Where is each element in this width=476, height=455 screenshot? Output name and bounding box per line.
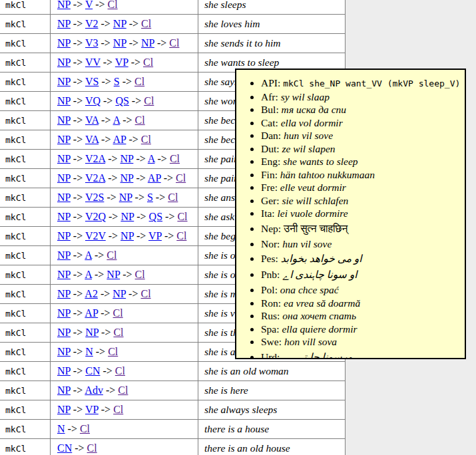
category-link-s[interactable]: S: [147, 192, 153, 203]
category-link-ap[interactable]: AP: [148, 172, 161, 184]
category-link-v3[interactable]: V3: [85, 37, 99, 49]
category-link-v2a[interactable]: V2A: [85, 172, 105, 184]
category-link-np[interactable]: NP: [107, 269, 120, 280]
category-link-cl[interactable]: Cl: [176, 230, 186, 241]
type-signature: NP -> N -> Cl: [51, 343, 198, 362]
category-link-a2[interactable]: A2: [85, 288, 98, 299]
category-link-cl[interactable]: Cl: [108, 0, 118, 10]
category-link-cl[interactable]: Cl: [135, 114, 145, 126]
category-link-v2q[interactable]: V2Q: [85, 211, 106, 222]
category-link-vp[interactable]: VP: [148, 230, 162, 241]
category-link-v[interactable]: V: [85, 0, 93, 10]
category-link-np[interactable]: NP: [57, 95, 71, 106]
category-link-ap[interactable]: AP: [85, 307, 98, 319]
arrow-separator: ->: [71, 384, 85, 396]
category-link-vq[interactable]: VQ: [85, 95, 101, 106]
category-link-vs[interactable]: VS: [85, 76, 99, 87]
category-link-a[interactable]: A: [148, 153, 155, 164]
category-link-np[interactable]: NP: [57, 269, 71, 280]
category-link-a[interactable]: A: [113, 114, 120, 126]
category-link-np[interactable]: NP: [113, 18, 126, 29]
category-link-np[interactable]: NP: [120, 153, 134, 164]
category-link-a[interactable]: A: [85, 269, 92, 280]
category-link-np[interactable]: NP: [113, 288, 126, 299]
category-link-np[interactable]: NP: [57, 192, 71, 203]
category-link-np[interactable]: NP: [120, 172, 134, 184]
category-link-adv[interactable]: Adv: [85, 384, 103, 396]
category-link-cl[interactable]: Cl: [118, 384, 128, 396]
category-link-v2a[interactable]: V2A: [85, 153, 105, 164]
category-link-np[interactable]: NP: [57, 114, 71, 126]
category-link-cl[interactable]: Cl: [170, 153, 180, 164]
category-link-np[interactable]: NP: [57, 211, 71, 222]
category-link-np[interactable]: NP: [57, 134, 71, 145]
example-text[interactable]: she always sleeps: [198, 400, 346, 420]
category-link-np[interactable]: NP: [57, 37, 71, 49]
category-link-cl[interactable]: Cl: [140, 288, 150, 299]
category-link-s[interactable]: S: [114, 76, 120, 87]
category-link-cl[interactable]: Cl: [177, 211, 187, 222]
category-link-np[interactable]: NP: [113, 37, 126, 49]
category-link-cl[interactable]: Cl: [141, 134, 151, 145]
example-text[interactable]: she loves him: [198, 15, 346, 34]
category-link-np[interactable]: NP: [57, 0, 71, 10]
category-link-cl[interactable]: Cl: [135, 269, 145, 280]
category-link-np[interactable]: NP: [57, 18, 71, 29]
category-link-vp[interactable]: VP: [115, 57, 128, 68]
category-link-qs[interactable]: QS: [149, 211, 162, 222]
category-link-cl[interactable]: Cl: [87, 442, 97, 454]
category-link-n[interactable]: N: [85, 346, 93, 357]
category-link-cl[interactable]: Cl: [168, 192, 178, 203]
example-text[interactable]: there is an old house: [198, 439, 346, 455]
category-link-cl[interactable]: Cl: [134, 76, 144, 87]
category-link-np[interactable]: NP: [57, 57, 71, 68]
category-link-np[interactable]: NP: [57, 346, 71, 357]
category-link-a[interactable]: A: [85, 249, 92, 261]
category-link-np[interactable]: NP: [57, 172, 71, 184]
category-link-np[interactable]: NP: [57, 76, 71, 87]
category-link-cn[interactable]: CN: [57, 442, 72, 454]
category-link-np[interactable]: NP: [120, 230, 134, 241]
category-link-np[interactable]: NP: [57, 288, 71, 299]
category-link-cl[interactable]: Cl: [113, 327, 123, 338]
category-link-cl[interactable]: Cl: [115, 365, 125, 377]
category-link-np[interactable]: NP: [57, 384, 71, 396]
category-link-cl[interactable]: Cl: [113, 404, 123, 415]
category-link-v2v[interactable]: V2V: [85, 230, 106, 241]
category-link-ap[interactable]: AP: [113, 134, 126, 145]
category-link-cl[interactable]: Cl: [107, 249, 117, 261]
category-link-cl[interactable]: Cl: [143, 57, 153, 68]
category-link-np[interactable]: NP: [57, 404, 71, 415]
category-link-cn[interactable]: CN: [85, 365, 100, 377]
category-link-vv[interactable]: VV: [85, 57, 101, 68]
category-link-cl[interactable]: Cl: [113, 307, 123, 319]
category-link-np[interactable]: NP: [57, 230, 71, 241]
category-link-cl[interactable]: Cl: [144, 95, 154, 106]
category-link-np[interactable]: NP: [120, 211, 134, 222]
category-link-qs[interactable]: QS: [115, 95, 128, 106]
category-link-cl[interactable]: Cl: [141, 18, 151, 29]
category-link-np[interactable]: NP: [141, 37, 154, 49]
example-text[interactable]: there is a house: [198, 420, 346, 439]
example-text[interactable]: she is here: [198, 381, 346, 400]
category-link-np[interactable]: NP: [57, 365, 71, 377]
category-link-va[interactable]: VA: [85, 114, 99, 126]
category-link-va[interactable]: VA: [85, 134, 99, 145]
category-link-np[interactable]: NP: [85, 327, 99, 338]
category-link-np[interactable]: NP: [119, 192, 132, 203]
example-text[interactable]: she sends it to him: [198, 34, 346, 53]
example-text[interactable]: she sleeps: [198, 0, 346, 15]
category-link-np[interactable]: NP: [57, 327, 71, 338]
category-link-n[interactable]: N: [57, 423, 65, 434]
category-link-np[interactable]: NP: [57, 249, 71, 261]
category-link-cl[interactable]: Cl: [176, 172, 186, 184]
category-link-cl[interactable]: Cl: [108, 346, 118, 357]
example-text[interactable]: she is an old woman: [198, 362, 346, 381]
category-link-np[interactable]: NP: [57, 153, 71, 164]
category-link-v2s[interactable]: V2S: [85, 192, 104, 203]
category-link-cl[interactable]: Cl: [80, 423, 90, 434]
category-link-v2[interactable]: V2: [85, 18, 99, 29]
category-link-cl[interactable]: Cl: [169, 37, 179, 49]
category-link-np[interactable]: NP: [57, 307, 71, 319]
category-link-vp[interactable]: VP: [85, 404, 99, 415]
